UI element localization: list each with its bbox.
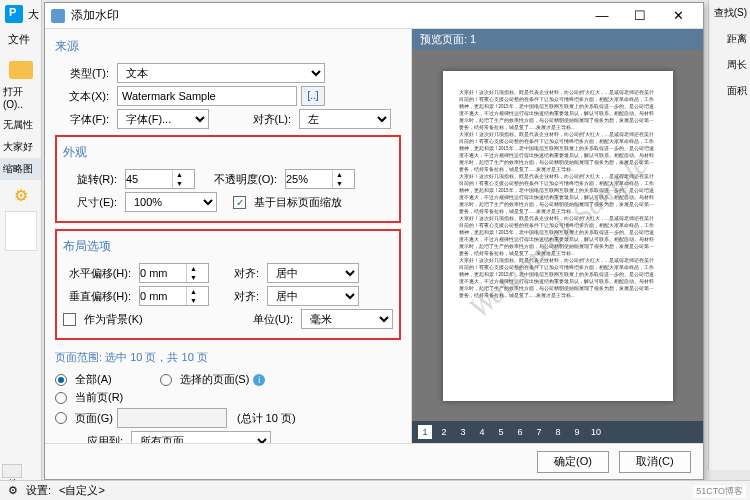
radio-selected[interactable] bbox=[160, 374, 172, 386]
page-btn[interactable]: 4 bbox=[475, 425, 489, 439]
rotate-spinner[interactable]: ▲▼ bbox=[125, 169, 195, 189]
dialog-footer: 确定(O) 取消(C) bbox=[45, 443, 703, 479]
hoffset-label: 水平偏移(H): bbox=[63, 266, 135, 281]
page-btn[interactable]: 9 bbox=[570, 425, 584, 439]
group-source: 来源 bbox=[55, 35, 401, 60]
status-bar: ⚙ 设置: <自定义> bbox=[0, 480, 750, 500]
radio-pages[interactable] bbox=[55, 412, 67, 424]
type-select[interactable]: 文本 bbox=[117, 63, 325, 83]
sidebar-hello[interactable]: 大家好 bbox=[0, 136, 41, 158]
tool-area[interactable]: 面积 bbox=[709, 78, 750, 104]
preview-area: 大家好！这次好几项指标。既是代表企业材料，向公司的"大红大，...是减得老师还在… bbox=[412, 50, 703, 421]
page-btn[interactable]: 6 bbox=[513, 425, 527, 439]
page-thumbnail[interactable] bbox=[5, 211, 37, 251]
tool-find[interactable]: 查找(S) bbox=[709, 0, 750, 26]
ok-button[interactable]: 确定(O) bbox=[537, 451, 609, 473]
app-logo-icon bbox=[5, 5, 23, 23]
opacity-spinner[interactable]: ▲▼ bbox=[285, 169, 355, 189]
folder-icon bbox=[9, 61, 33, 79]
gear-icon[interactable]: ⚙ bbox=[0, 186, 41, 205]
voffset-label: 垂直偏移(H): bbox=[63, 289, 135, 304]
text-label: 文本(X): bbox=[55, 89, 113, 104]
valign-select[interactable]: 居中 bbox=[267, 286, 359, 306]
dialog-titlebar: 添加水印 — ☐ ✕ bbox=[45, 3, 703, 29]
text-input[interactable] bbox=[117, 86, 297, 106]
cancel-button[interactable]: 取消(C) bbox=[619, 451, 691, 473]
sidebar-noattr[interactable]: 无属性 bbox=[0, 114, 41, 136]
asbg-checkbox[interactable] bbox=[63, 313, 76, 326]
tool-distance[interactable]: 距离 bbox=[709, 26, 750, 52]
attribution-watermark: 51CTO博客 bbox=[693, 485, 746, 498]
preview-header: 预览页面: 1 bbox=[412, 29, 703, 50]
page-navigator: 1 2 3 4 5 6 7 8 9 10 bbox=[412, 421, 703, 443]
menu-file[interactable]: 文件 bbox=[0, 28, 41, 51]
radio-current[interactable] bbox=[55, 392, 67, 404]
align-select[interactable]: 左 bbox=[299, 109, 391, 129]
group-layout: 布局选项 bbox=[63, 235, 393, 260]
voffset-spinner[interactable]: ▲▼ bbox=[139, 286, 209, 306]
dialog-icon bbox=[51, 9, 65, 23]
preview-page: 大家好！这次好几项指标。既是代表企业材料，向公司的"大红大，...是减得老师还在… bbox=[443, 71, 673, 401]
hoffset-spinner[interactable]: ▲▼ bbox=[139, 263, 209, 283]
dialog-title: 添加水印 bbox=[71, 7, 583, 24]
settings-value[interactable]: <自定义> bbox=[59, 483, 105, 498]
size-label: 尺寸(E): bbox=[63, 195, 121, 210]
page-btn[interactable]: 5 bbox=[494, 425, 508, 439]
settings-panel: 来源 类型(T): 文本 文本(X): [..] 字体(F): 字体(F)...… bbox=[45, 29, 411, 443]
page-btn[interactable]: 8 bbox=[551, 425, 565, 439]
scale-checkbox[interactable]: ✓ bbox=[233, 196, 246, 209]
main-app-sidebar: 大 文件 打开(O).. 无属性 大家好 缩略图 ⚙ bbox=[0, 0, 42, 500]
unit-select[interactable]: 毫米 bbox=[301, 309, 393, 329]
size-select[interactable]: 100% bbox=[125, 192, 217, 212]
watermark-dialog: 添加水印 — ☐ ✕ 来源 类型(T): 文本 文本(X): [..] 字体 bbox=[44, 2, 704, 480]
scale-label: 基于目标页面缩放 bbox=[254, 195, 342, 210]
settings-gear-icon[interactable]: ⚙ bbox=[8, 484, 18, 497]
type-label: 类型(T): bbox=[55, 66, 113, 81]
pages-input bbox=[117, 408, 227, 428]
group-layout-box: 布局选项 水平偏移(H): ▲▼ 对齐: 居中 垂直偏移(H): ▲▼ 对齐: … bbox=[55, 229, 401, 340]
minimize-button[interactable]: — bbox=[583, 4, 621, 28]
maximize-button[interactable]: ☐ bbox=[621, 4, 659, 28]
radio-all[interactable] bbox=[55, 374, 67, 386]
right-tool-strip: 查找(S) 距离 周长 面积 bbox=[708, 0, 750, 470]
page-btn[interactable]: 7 bbox=[532, 425, 546, 439]
apply-label: 应用到: bbox=[55, 434, 127, 444]
preview-panel: 预览页面: 1 大家好！这次好几项指标。既是代表企业材料，向公司的"大红大，..… bbox=[411, 29, 703, 443]
unit-label: 单位(U): bbox=[247, 312, 297, 327]
valign-label: 对齐: bbox=[227, 289, 263, 304]
info-icon[interactable]: i bbox=[253, 374, 265, 386]
close-button[interactable]: ✕ bbox=[659, 4, 697, 28]
page-range-title: 页面范围: 选中 10 页，共 10 页 bbox=[55, 346, 401, 369]
total-label: (总计 10 页) bbox=[237, 411, 296, 426]
sidebar-thumbs[interactable]: 缩略图 bbox=[0, 158, 41, 180]
font-label: 字体(F): bbox=[55, 112, 113, 127]
halign-select[interactable]: 居中 bbox=[267, 263, 359, 283]
page-btn[interactable]: 3 bbox=[456, 425, 470, 439]
page-btn[interactable]: 1 bbox=[418, 425, 432, 439]
group-appearance: 外观 bbox=[63, 141, 393, 166]
tool-perimeter[interactable]: 周长 bbox=[709, 52, 750, 78]
page-btn[interactable]: 10 bbox=[589, 425, 603, 439]
apply-select[interactable]: 所有页面 bbox=[131, 431, 271, 443]
bookmark-tab[interactable]: 书签 bbox=[2, 464, 22, 478]
sidebar-open[interactable]: 打开(O).. bbox=[0, 81, 41, 114]
font-select[interactable]: 字体(F)... bbox=[117, 109, 209, 129]
align-label: 对齐(L): bbox=[237, 112, 295, 127]
opacity-label: 不透明度(O): bbox=[209, 172, 281, 187]
app-title-fragment: 大 bbox=[28, 7, 39, 22]
settings-label: 设置: bbox=[26, 483, 51, 498]
macro-button[interactable]: [..] bbox=[301, 86, 325, 106]
rotate-label: 旋转(R): bbox=[63, 172, 121, 187]
preview-text: 大家好！这次好几项指标。既是代表企业材料，向公司的"大红大，...是减得老师还在… bbox=[459, 89, 657, 131]
asbg-label: 作为背景(K) bbox=[84, 312, 243, 327]
halign-label: 对齐: bbox=[227, 266, 263, 281]
page-btn[interactable]: 2 bbox=[437, 425, 451, 439]
group-appearance-box: 外观 旋转(R): ▲▼ 不透明度(O): ▲▼ 尺寸(E): 100% ✓ 基… bbox=[55, 135, 401, 223]
